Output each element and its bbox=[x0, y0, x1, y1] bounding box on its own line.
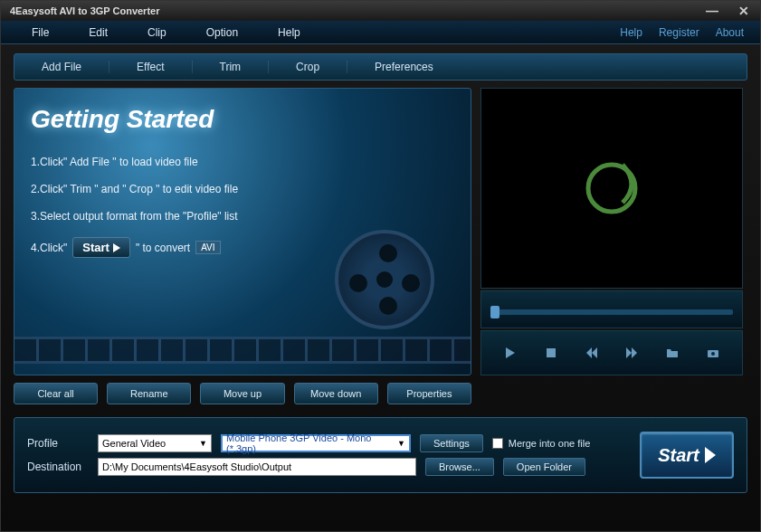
start-button-label: Start bbox=[658, 445, 699, 466]
bottom-left: Profile General Video ▼ Mobile Phone 3GP… bbox=[27, 429, 631, 481]
tool-crop[interactable]: Crop bbox=[269, 61, 347, 73]
settings-button[interactable]: Settings bbox=[420, 434, 483, 452]
svg-point-9 bbox=[711, 352, 715, 356]
close-button[interactable]: ✕ bbox=[731, 4, 756, 18]
list-button-row: Clear all Rename Move up Move down Prope… bbox=[14, 383, 471, 404]
destination-label: Destination bbox=[27, 461, 89, 473]
profile-category-select[interactable]: General Video ▼ bbox=[98, 434, 212, 452]
start-chip-label: Start bbox=[82, 241, 109, 254]
merge-checkbox[interactable] bbox=[492, 438, 503, 449]
bottom-panel: Profile General Video ▼ Mobile Phone 3GP… bbox=[14, 417, 747, 493]
tool-trim[interactable]: Trim bbox=[193, 61, 270, 73]
step-2: 2.Click" Trim " and " Crop " to edit vid… bbox=[31, 183, 454, 195]
logo-icon bbox=[576, 152, 648, 224]
merge-label: Merge into one file bbox=[509, 438, 591, 449]
menu-option[interactable]: Option bbox=[186, 23, 258, 43]
svg-marker-6 bbox=[626, 347, 632, 358]
timeline-handle[interactable] bbox=[490, 306, 499, 318]
merge-checkbox-wrap[interactable]: Merge into one file bbox=[492, 438, 591, 449]
menu-clip[interactable]: Clip bbox=[128, 23, 186, 43]
rename-button[interactable]: Rename bbox=[107, 383, 191, 404]
profile-category-value: General Video bbox=[102, 438, 166, 449]
svg-marker-0 bbox=[113, 243, 120, 252]
timeline-track[interactable] bbox=[490, 309, 733, 315]
step-4-post: " to convert bbox=[136, 242, 190, 254]
menu-bar: File Edit Clip Option Help Help Register… bbox=[1, 21, 760, 44]
play-icon bbox=[113, 243, 120, 252]
link-help[interactable]: Help bbox=[620, 26, 642, 39]
dropdown-icon: ▼ bbox=[397, 439, 405, 448]
browse-button[interactable]: Browse... bbox=[425, 458, 494, 476]
play-button[interactable] bbox=[503, 346, 518, 360]
properties-button[interactable]: Properties bbox=[387, 383, 471, 404]
profile-label: Profile bbox=[27, 437, 89, 450]
toolbar: Add File Effect Trim Crop Preferences bbox=[14, 53, 747, 81]
video-preview bbox=[480, 88, 743, 289]
left-panel: Getting Started 1.Click" Add File " to l… bbox=[14, 88, 471, 404]
menu-help[interactable]: Help bbox=[258, 23, 320, 43]
getting-started-title: Getting Started bbox=[31, 105, 454, 134]
title-bar: 4Easysoft AVI to 3GP Converter — ✕ bbox=[1, 1, 760, 21]
open-button[interactable] bbox=[665, 346, 680, 360]
move-down-button[interactable]: Move down bbox=[294, 383, 378, 404]
svg-marker-2 bbox=[506, 347, 515, 358]
profile-format-value: Mobile Phone 3GP Video - Mono (*.3gp) bbox=[226, 432, 397, 454]
step-1: 1.Click" Add File " to load video file bbox=[31, 156, 454, 168]
tool-preferences[interactable]: Preferences bbox=[347, 61, 461, 73]
content-area: Add File Effect Trim Crop Preferences Ge… bbox=[1, 44, 760, 502]
profile-row: Profile General Video ▼ Mobile Phone 3GP… bbox=[27, 434, 631, 452]
menu-left-group: File Edit Clip Option Help bbox=[1, 23, 320, 43]
open-folder-button[interactable]: Open Folder bbox=[503, 458, 585, 476]
app-window: 4Easysoft AVI to 3GP Converter — ✕ File … bbox=[0, 0, 761, 532]
destination-input[interactable]: D:\My Documents\4Easysoft Studio\Output bbox=[98, 458, 416, 476]
menu-edit[interactable]: Edit bbox=[69, 23, 128, 43]
right-panel bbox=[480, 88, 743, 404]
move-up-button[interactable]: Move up bbox=[200, 383, 284, 404]
forward-button[interactable] bbox=[624, 346, 639, 360]
window-controls: — ✕ bbox=[699, 4, 756, 18]
play-icon bbox=[705, 447, 716, 463]
menu-right-group: Help Register About bbox=[620, 26, 760, 39]
profile-format-select[interactable]: Mobile Phone 3GP Video - Mono (*.3gp) ▼ bbox=[221, 434, 411, 452]
tool-effect[interactable]: Effect bbox=[109, 61, 192, 73]
dropdown-icon: ▼ bbox=[199, 439, 207, 448]
svg-marker-5 bbox=[592, 347, 597, 358]
destination-value: D:\My Documents\4Easysoft Studio\Output bbox=[102, 461, 291, 472]
tool-add-file[interactable]: Add File bbox=[14, 61, 109, 73]
start-chip: Start bbox=[72, 237, 130, 258]
step-3: 3.Select output format from the "Profile… bbox=[31, 210, 454, 223]
link-register[interactable]: Register bbox=[659, 26, 699, 39]
link-about[interactable]: About bbox=[716, 26, 744, 39]
start-button[interactable]: Start bbox=[640, 432, 734, 479]
svg-rect-3 bbox=[547, 348, 556, 357]
svg-marker-4 bbox=[586, 347, 592, 358]
timeline-area bbox=[480, 290, 743, 328]
menu-file[interactable]: File bbox=[12, 23, 69, 43]
avi-badge: AVI bbox=[195, 241, 220, 254]
svg-marker-10 bbox=[705, 447, 716, 463]
destination-row: Destination D:\My Documents\4Easysoft St… bbox=[27, 458, 631, 476]
main-area: Getting Started 1.Click" Add File " to l… bbox=[14, 88, 747, 404]
stop-button[interactable] bbox=[544, 346, 558, 360]
snapshot-button[interactable] bbox=[706, 346, 720, 360]
svg-marker-7 bbox=[632, 347, 637, 358]
getting-started-panel: Getting Started 1.Click" Add File " to l… bbox=[14, 88, 471, 375]
player-controls bbox=[480, 330, 743, 375]
window-title: 4Easysoft AVI to 3GP Converter bbox=[5, 5, 159, 16]
filmstrip-graphic bbox=[14, 337, 471, 364]
rewind-button[interactable] bbox=[585, 346, 599, 360]
step-4-pre: 4.Click" bbox=[31, 242, 67, 254]
minimize-button[interactable]: — bbox=[699, 4, 726, 18]
clear-all-button[interactable]: Clear all bbox=[14, 383, 98, 404]
